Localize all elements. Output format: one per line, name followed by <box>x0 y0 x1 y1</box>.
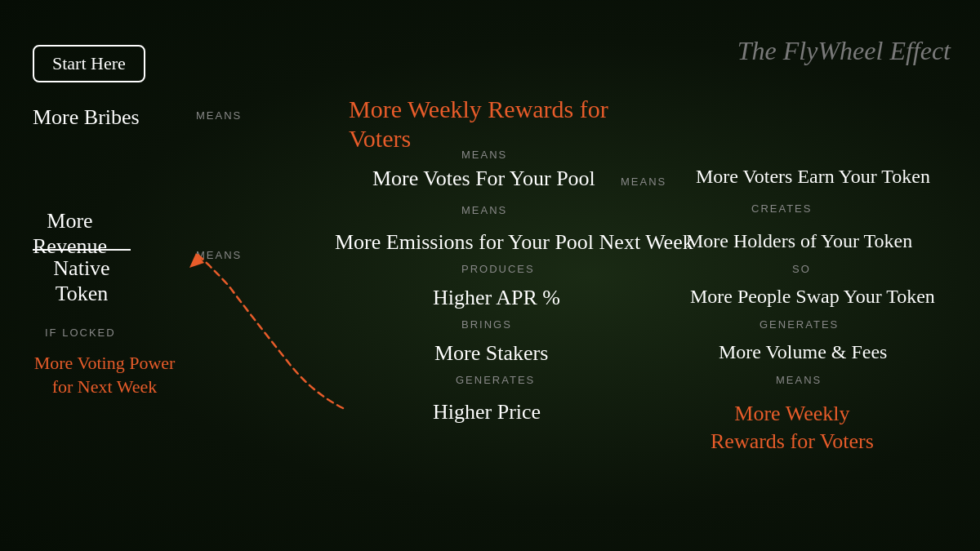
more-votes-pool-text: More Votes For Your Pool <box>372 167 595 191</box>
start-here-button[interactable]: Start Here <box>33 45 145 82</box>
more-stakers-text: More Stakers <box>434 341 548 366</box>
so-label: SO <box>792 263 811 275</box>
if-locked-label: IF LOCKED <box>45 327 116 339</box>
more-emissions-text: More Emissions for Your Pool Next Week <box>335 230 693 255</box>
more-holders-text: More Holders of Your Token <box>686 230 912 252</box>
means-label-left-middle: MEANS <box>196 249 242 261</box>
higher-price-text: Higher Price <box>433 400 541 424</box>
more-bribes-text: More Bribes <box>33 105 140 130</box>
native-token-divider <box>33 249 131 251</box>
native-token-text: NativeToken <box>33 256 131 306</box>
means-label-left-top: MEANS <box>196 109 242 122</box>
higher-apr-text: Higher APR % <box>433 286 560 310</box>
brings-label: BRINGS <box>461 318 512 331</box>
more-weekly-rewards-center: More Weekly Rewards for Voters <box>349 95 626 153</box>
flywheel-title: The FlyWheel Effect <box>737 36 951 66</box>
creates-label: CREATES <box>751 202 812 215</box>
means-label-right: MEANS <box>776 374 822 386</box>
generates-label-right: GENERATES <box>760 318 839 331</box>
generates-label-center: GENERATES <box>456 374 535 386</box>
more-voting-power-text: More Voting Powerfor Next Week <box>23 352 186 398</box>
more-weekly-rewards-right: More WeeklyRewards for Voters <box>710 400 874 455</box>
means-label-c1: MEANS <box>461 149 507 161</box>
more-people-swap-text: More People Swap Your Token <box>690 286 935 308</box>
page: Start Here The FlyWheel Effect More Brib… <box>0 0 980 551</box>
native-token-block: NativeToken <box>33 249 131 306</box>
means-label-c2: MEANS <box>621 176 666 188</box>
produces-label: PRODUCES <box>461 263 535 275</box>
more-voters-earn-text: More Voters Earn Your Token <box>696 166 930 188</box>
more-volume-fees-text: More Volume & Fees <box>719 341 887 363</box>
means-label-c3: MEANS <box>461 204 507 216</box>
